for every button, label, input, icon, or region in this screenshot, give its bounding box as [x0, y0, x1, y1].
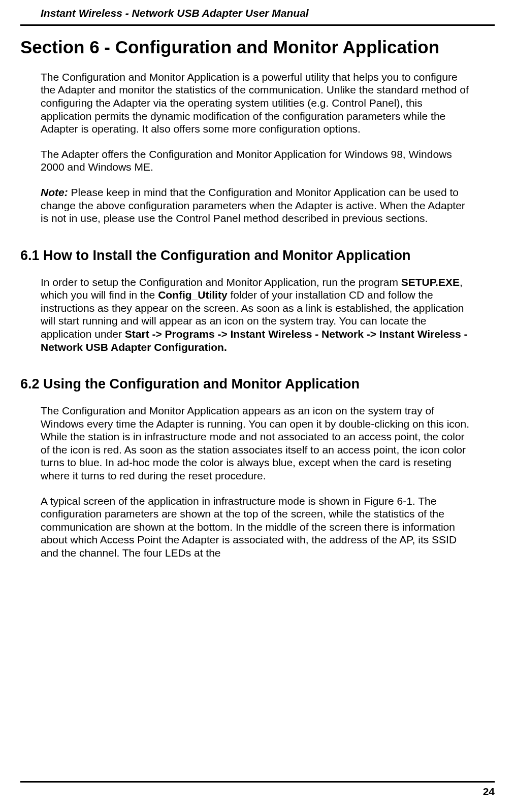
subsection-6-1-paragraph: In order to setup the Configuration and … — [20, 276, 474, 354]
note-label: Note: — [41, 186, 68, 198]
text-a: In order to setup the Configuration and … — [41, 276, 401, 288]
document-content: Section 6 - Configuration and Monitor Ap… — [0, 26, 515, 560]
section-title: Section 6 - Configuration and Monitor Ap… — [20, 36, 474, 58]
paragraph-2: The Adapter offers the Configuration and… — [20, 148, 474, 174]
note-text: Please keep in mind that the Configurati… — [41, 186, 465, 224]
paragraph-1: The Configuration and Monitor Applicatio… — [20, 71, 474, 136]
document-header: Instant Wireless - Network USB Adapter U… — [20, 0, 495, 26]
subsection-6-2-paragraph-1: The Configuration and Monitor Applicatio… — [20, 404, 474, 482]
page-number: 24 — [483, 786, 495, 798]
subsection-6-2-title: 6.2 Using the Configuration and Monitor … — [20, 376, 474, 393]
subsection-6-1-title: 6.1 How to Install the Configuration and… — [20, 247, 474, 265]
note-paragraph: Note: Please keep in mind that the Confi… — [20, 186, 474, 225]
subsection-6-2-paragraph-2: A typical screen of the application in i… — [20, 495, 474, 560]
footer-divider — [20, 781, 495, 783]
bold-setup-exe: SETUP.EXE — [401, 276, 460, 288]
document-header-title: Instant Wireless - Network USB Adapter U… — [41, 7, 474, 19]
bold-config-utility: Config_Utility — [158, 289, 228, 301]
